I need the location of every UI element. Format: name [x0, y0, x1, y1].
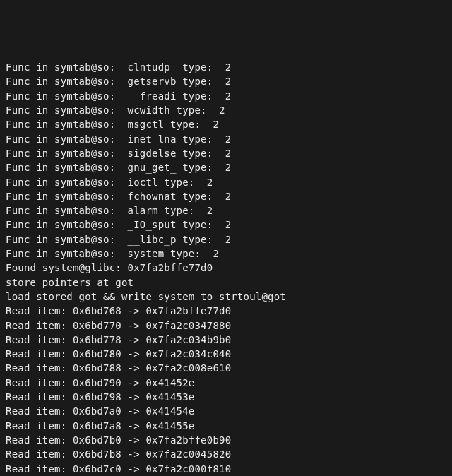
terminal-line: Read item: 0x6bd768 -> 0x7fa2bffe77d0	[6, 304, 446, 318]
terminal-line: Func in symtab@so: msgctl type: 2	[6, 117, 446, 131]
terminal-line: Read item: 0x6bd790 -> 0x41452e	[6, 376, 446, 390]
terminal-line: Func in symtab@so: gnu_get_ type: 2	[6, 160, 446, 174]
terminal-line: load stored got && write system to strto…	[6, 290, 446, 304]
terminal-line: Read item: 0x6bd770 -> 0x7fa2c0347880	[6, 319, 446, 333]
terminal-line: Read item: 0x6bd7b8 -> 0x7fa2c0045820	[6, 447, 446, 461]
terminal-line: Read item: 0x6bd780 -> 0x7fa2c034c040	[6, 347, 446, 361]
terminal-line: Func in symtab@so: _IO_sput type: 2	[6, 218, 446, 232]
terminal-line: Func in symtab@so: clntudp_ type: 2	[6, 60, 446, 74]
terminal-line: Func in symtab@so: getservb type: 2	[6, 74, 446, 88]
terminal-line: Read item: 0x6bd788 -> 0x7fa2c008e610	[6, 361, 446, 375]
terminal-line: Found system@glibc: 0x7fa2bffe77d0	[6, 261, 446, 275]
terminal-line: Read item: 0x6bd7a8 -> 0x41455e	[6, 419, 446, 433]
terminal-line: Read item: 0x6bd778 -> 0x7fa2c034b9b0	[6, 333, 446, 347]
terminal-line: Func in symtab@so: wcwidth type: 2	[6, 103, 446, 117]
terminal-line: Read item: 0x6bd7a0 -> 0x41454e	[6, 404, 446, 418]
terminal-line: Func in symtab@so: alarm type: 2	[6, 203, 446, 218]
terminal-line: Func in symtab@so: sigdelse type: 2	[6, 146, 446, 160]
terminal-output: Func in symtab@so: clntudp_ type: 2Func …	[6, 60, 446, 476]
terminal-line: Func in symtab@so: ioctl type: 2	[6, 175, 446, 189]
terminal-line: Func in symtab@so: __libc_p type: 2	[6, 232, 446, 246]
terminal-line: store pointers at got	[6, 275, 446, 290]
terminal-line: Read item: 0x6bd7c0 -> 0x7fa2c000f810	[6, 462, 446, 476]
terminal-line: Func in symtab@so: inet_lna type: 2	[6, 132, 446, 146]
terminal-line: Func in symtab@so: fchownat type: 2	[6, 189, 446, 203]
terminal-line: Read item: 0x6bd798 -> 0x41453e	[6, 390, 446, 404]
terminal-line: Func in symtab@so: __freadi type: 2	[6, 89, 446, 103]
terminal-line: Read item: 0x6bd7b0 -> 0x7fa2bffe0b90	[6, 433, 446, 447]
terminal-line: Func in symtab@so: system type: 2	[6, 246, 446, 261]
